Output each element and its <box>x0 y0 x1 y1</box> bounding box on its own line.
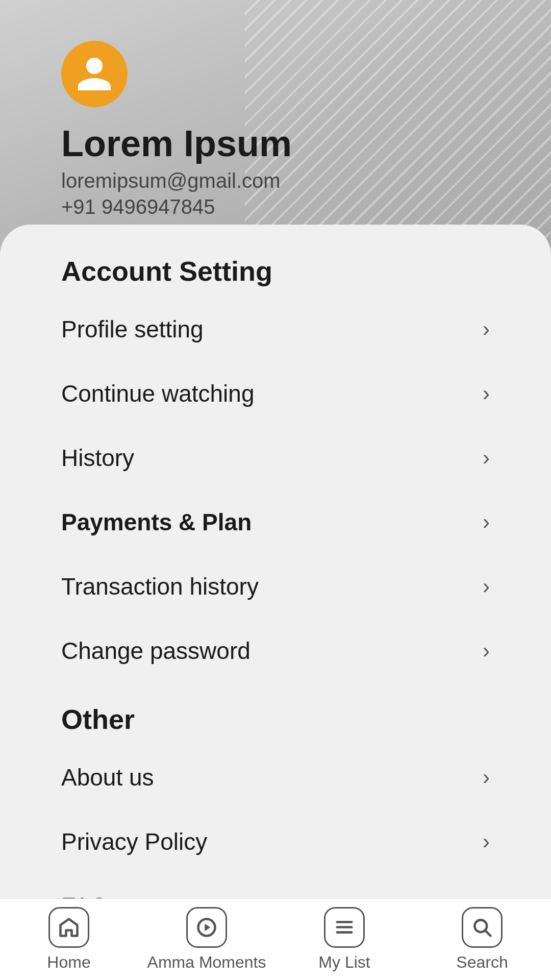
chevron-right-icon-profile: › <box>483 317 490 341</box>
svg-line-6 <box>485 930 490 936</box>
home-icon <box>58 916 80 939</box>
nav-item-amma-moments[interactable]: Amma Moments <box>138 907 276 972</box>
search-icon <box>471 916 493 939</box>
other-section-title: Other <box>0 703 551 735</box>
svg-rect-2 <box>336 921 353 923</box>
nav-label-search: Search <box>456 953 508 972</box>
chevron-right-icon-continue: › <box>483 381 490 406</box>
menu-item-about-us[interactable]: About us › <box>0 745 551 810</box>
play-icon <box>195 916 218 939</box>
menu-card: Account Setting Profile setting › Contin… <box>0 225 551 898</box>
menu-item-change-password[interactable]: Change password › <box>0 619 551 683</box>
user-icon <box>74 54 115 94</box>
menu-item-label-history: History <box>61 444 134 472</box>
chevron-right-icon-faq: › <box>483 894 490 898</box>
section-separator <box>0 683 551 703</box>
nav-item-search[interactable]: Search <box>413 907 551 972</box>
profile-header: Lorem Ipsum loremipsum@gmail.com +91 949… <box>0 0 551 255</box>
chevron-right-icon-history: › <box>483 446 490 470</box>
nav-item-home[interactable]: Home <box>0 907 138 972</box>
svg-marker-1 <box>205 924 210 932</box>
bottom-nav: Home Amma Moments My List Search <box>0 898 551 980</box>
chevron-right-icon-transaction: › <box>483 574 490 599</box>
nav-label-amma-moments: Amma Moments <box>147 953 266 972</box>
nav-label-my-list: My List <box>318 953 370 972</box>
search-icon-wrapper <box>462 907 503 948</box>
menu-item-label-change-password: Change password <box>61 637 251 665</box>
menu-item-label-faq: FAQ <box>61 892 108 898</box>
menu-item-privacy-policy[interactable]: Privacy Policy › <box>0 810 551 874</box>
menu-item-payments-plan[interactable]: Payments & Plan › <box>0 490 551 554</box>
list-icon <box>333 916 356 939</box>
account-section-title: Account Setting <box>0 255 551 287</box>
play-icon-wrapper <box>186 907 227 948</box>
menu-item-label-profile-setting: Profile setting <box>61 315 204 343</box>
menu-item-label-transaction-history: Transaction history <box>61 573 259 600</box>
profile-name: Lorem Ipsum <box>61 122 490 164</box>
home-icon-wrapper <box>48 907 89 948</box>
menu-item-label-privacy-policy: Privacy Policy <box>61 828 207 855</box>
profile-phone: +91 9496947845 <box>61 195 490 218</box>
menu-item-label-payments-plan: Payments & Plan <box>61 508 252 536</box>
chevron-right-icon-payments: › <box>483 510 490 534</box>
chevron-right-icon-about: › <box>483 765 490 790</box>
svg-rect-4 <box>336 931 353 934</box>
menu-item-label-about-us: About us <box>61 764 154 791</box>
nav-item-my-list[interactable]: My List <box>276 907 413 972</box>
menu-item-continue-watching[interactable]: Continue watching › <box>0 361 551 426</box>
menu-item-transaction-history[interactable]: Transaction history › <box>0 554 551 619</box>
profile-email: loremipsum@gmail.com <box>61 169 490 192</box>
list-icon-wrapper <box>324 907 365 948</box>
svg-rect-3 <box>336 926 353 928</box>
chevron-right-icon-privacy: › <box>483 829 490 854</box>
chevron-right-icon-password: › <box>483 639 490 663</box>
avatar <box>61 41 128 107</box>
menu-item-faq[interactable]: FAQ › <box>0 874 551 898</box>
menu-item-history[interactable]: History › <box>0 426 551 490</box>
nav-label-home: Home <box>47 953 90 972</box>
menu-item-profile-setting[interactable]: Profile setting › <box>0 297 551 361</box>
menu-item-label-continue-watching: Continue watching <box>61 380 254 407</box>
